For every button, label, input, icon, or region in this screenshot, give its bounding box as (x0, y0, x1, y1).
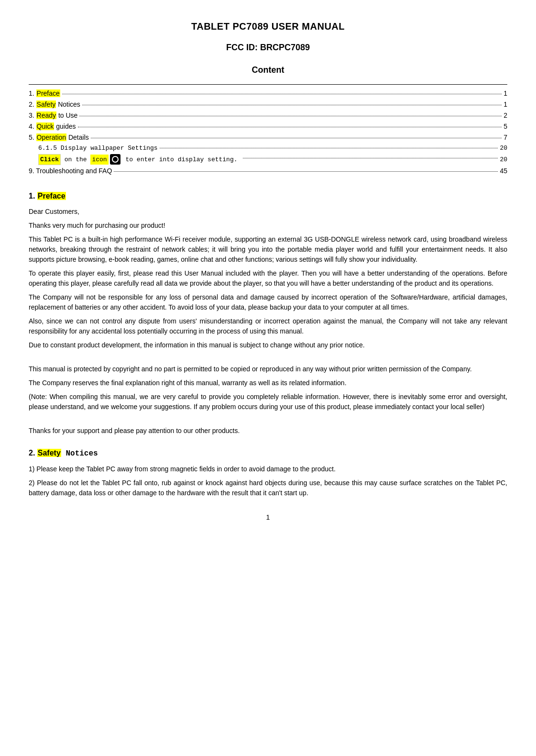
toc-page-1: 1 (503, 89, 507, 99)
section1-highlight: Preface (37, 192, 66, 200)
section1-p11: Thanks for your support and please pay a… (29, 426, 507, 436)
toc-highlight-operation: Operation (36, 133, 66, 141)
section1-p9: The Company reserves the final explanati… (29, 378, 507, 388)
section2-heading: 2. Safety Notices (29, 447, 507, 459)
section2-p2: 2) Please do not let the Tablet PC fall … (29, 478, 507, 498)
settings-icon (110, 154, 120, 165)
toc-dots-9 (114, 171, 498, 172)
section1-p1: Dear Customers, (29, 207, 507, 217)
section1-p2: Thanks very much for purchasing our prod… (29, 221, 507, 231)
toc-highlight-preface: Preface (36, 89, 60, 97)
section2-p1: 1) Please keep the Tablet PC away from s… (29, 464, 507, 474)
toc-item-2: 2. Safety Notices 1 (29, 100, 507, 110)
settings-icon-inner (112, 156, 119, 163)
section2-highlight: Safety (37, 449, 61, 457)
toc-page-9: 45 (500, 166, 507, 176)
toc-label-1: 1. Preface (29, 89, 60, 99)
section2-heading-rest: Notices (61, 449, 98, 458)
content-heading: Content (29, 64, 507, 77)
section1-p7: Due to constant product development, the… (29, 340, 507, 350)
toc-label-4: 4. Quick guides (29, 122, 76, 132)
section1-p10: (Note: When compiling this manual, we ar… (29, 392, 507, 412)
toc-page-2: 1 (503, 100, 507, 110)
toc-dots-5 (91, 138, 502, 138)
page-number: 1 (29, 512, 507, 523)
section1-p3: This Tablet PC is a built-in high perfor… (29, 234, 507, 265)
toc-sub-page-615: 20 (500, 144, 507, 153)
toc-label-3: 3. Ready to Use (29, 111, 77, 121)
section1-p6: Also, since we can not control any dispu… (29, 316, 507, 336)
toc-highlight-ready: Ready (36, 111, 56, 119)
main-title: TABLET PC7089 USER MANUAL (29, 19, 507, 33)
table-of-contents: 1. Preface 1 2. Safety Notices 1 3. Read… (29, 84, 507, 176)
icon-word: icon (90, 155, 108, 165)
toc-page-5: 7 (503, 133, 507, 143)
toc-dots-4 (78, 127, 502, 127)
toc-label-2: 2. Safety Notices (29, 100, 80, 110)
fcc-id: FCC ID: BRCPC7089 (29, 41, 507, 54)
section1-p8: This manual is protected by copyright an… (29, 364, 507, 374)
toc-click-end: to enter into display setting. (122, 155, 241, 165)
toc-sub-dots-615 (160, 148, 498, 148)
section1-p4: To operate this player easily, first, pl… (29, 268, 507, 289)
toc-dots-2 (82, 105, 502, 105)
toc-sub-label-615: 6.1.5 Display wallpaper Settings (38, 144, 158, 153)
toc-label-9: 9. Troubleshooting and FAQ (29, 166, 112, 176)
toc-dots-1 (62, 94, 502, 94)
toc-page-4: 5 (503, 122, 507, 132)
section2-number: 2. (29, 449, 37, 457)
toc-click-line: Click on the icon to enter into display … (29, 154, 507, 166)
click-word: Click (38, 154, 61, 166)
toc-item-4: 4. Quick guides 5 (29, 122, 507, 132)
toc-click-mid: on the (61, 155, 90, 165)
toc-item-9: 9. Troubleshooting and FAQ 45 (29, 166, 507, 176)
section1-number: 1. (29, 192, 37, 200)
toc-item-5: 5. Operation Details 7 (29, 133, 507, 143)
toc-item-3: 3. Ready to Use 2 (29, 111, 507, 121)
toc-label-5: 5. Operation Details (29, 133, 89, 143)
toc-sub-item-615: 6.1.5 Display wallpaper Settings 20 (29, 144, 507, 153)
toc-page-3: 2 (503, 111, 507, 121)
toc-click-page: 20 (500, 155, 507, 165)
toc-highlight-safety: Safety (36, 100, 56, 108)
toc-dots-3 (79, 116, 502, 116)
toc-click-dots (243, 158, 498, 158)
section1-heading: 1. Preface (29, 190, 507, 202)
section1-p5: The Company will not be responsible for … (29, 292, 507, 312)
toc-highlight-quick: Quick (36, 122, 55, 130)
toc-item-1: 1. Preface 1 (29, 89, 507, 99)
